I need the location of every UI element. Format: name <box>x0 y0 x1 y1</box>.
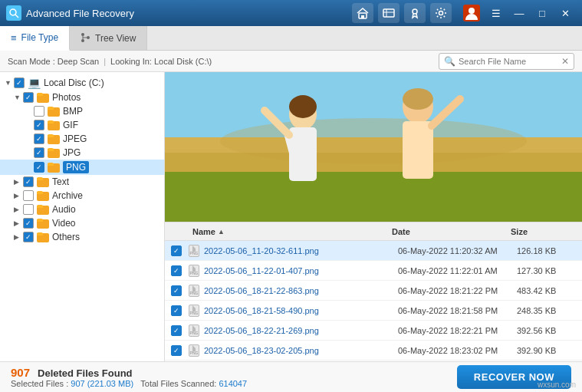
file-checkbox-4[interactable]: ✓ <box>165 325 188 336</box>
checkbox-audio[interactable] <box>23 204 34 215</box>
tree-label-local-disc: Local Disc (C:) <box>44 77 104 88</box>
file-row[interactable]: ✓ PNG 2022-05-06_11-22-01-407.png 06-May… <box>165 261 582 281</box>
drive-icon: 💻 <box>28 77 41 89</box>
file-name-3: 2022-05-06_18-21-58-490.png <box>204 306 398 315</box>
header-name[interactable]: Name ▲ <box>188 227 387 236</box>
window-controls: ☰ — □ ✕ <box>485 3 576 23</box>
file-row[interactable]: ✓ PNG 2022-05-06_18-23-22-962.png 06-May… <box>165 361 582 361</box>
file-icon-3: PNG <box>188 305 200 317</box>
file-row[interactable]: ✓ PNG 2022-05-06_18-21-58-490.png 06-May… <box>165 301 582 321</box>
scan-divider: | <box>104 57 106 66</box>
tree-item-gif[interactable]: ✓ GIF <box>0 118 164 132</box>
file-date-5: 06-May-2022 18:23:02 PM <box>398 346 517 355</box>
header-date[interactable]: Date <box>387 227 506 236</box>
maximize-button[interactable]: □ <box>531 3 553 23</box>
deleted-count: 907 <box>11 366 30 379</box>
settings-button[interactable] <box>430 3 452 23</box>
scan-button[interactable] <box>378 3 400 23</box>
checkbox-text[interactable]: ✓ <box>23 176 34 187</box>
svg-point-12 <box>87 36 90 39</box>
checkbox-gif[interactable]: ✓ <box>34 120 44 130</box>
folder-icon-jpeg <box>48 134 60 144</box>
tree-label-jpg: JPG <box>63 147 81 158</box>
tab-bar: ≡ File Type Tree View <box>0 26 582 51</box>
file-name-1: 2022-05-06_11-22-01-407.png <box>204 266 398 275</box>
svg-point-31 <box>403 88 433 110</box>
folder-icon-audio <box>37 205 49 215</box>
file-checkbox-3[interactable]: ✓ <box>165 305 188 316</box>
folder-icon-video <box>37 219 49 229</box>
home-button[interactable] <box>352 3 373 23</box>
svg-point-7 <box>413 9 417 14</box>
profile-icon[interactable] <box>461 3 482 23</box>
file-checkbox-5[interactable]: ✓ <box>165 345 188 356</box>
tree-item-audio[interactable]: ▶ Audio <box>0 203 164 216</box>
checkbox-others[interactable]: ✓ <box>23 232 34 242</box>
folder-icon-text <box>37 177 49 187</box>
expand-arrow-audio[interactable]: ▶ <box>14 206 23 213</box>
tree-item-video[interactable]: ▶ ✓ Video <box>0 216 164 230</box>
checkbox-jpg[interactable]: ✓ <box>34 147 44 158</box>
expand-arrow-archive[interactable]: ▶ <box>14 192 23 199</box>
tree-item-text[interactable]: ▶ ✓ Text <box>0 175 164 189</box>
checkbox-local-disc[interactable]: ✓ <box>14 77 25 88</box>
svg-line-1 <box>15 15 18 18</box>
clear-search-icon[interactable]: ✕ <box>561 56 569 67</box>
file-size-5: 392.90 KB <box>517 346 582 355</box>
watermark: wxsun.com <box>538 380 576 389</box>
file-name-4: 2022-05-06_18-22-21-269.png <box>204 326 398 335</box>
tree-item-archive[interactable]: ▶ Archive <box>0 189 164 203</box>
file-row[interactable]: ✓ PNG 2022-05-06_18-21-22-863.png 06-May… <box>165 281 582 301</box>
search-box[interactable]: 🔍 ✕ <box>439 53 574 70</box>
file-row[interactable]: ✓ PNG 2022-05-06_18-22-21-269.png 06-May… <box>165 321 582 341</box>
file-name-2: 2022-05-06_18-21-22-863.png <box>204 286 398 295</box>
tree-item-others[interactable]: ▶ ✓ Others <box>0 230 164 244</box>
search-input[interactable] <box>459 57 558 66</box>
file-checkbox-0[interactable]: ✓ <box>165 245 188 256</box>
total-label: Total Files Scanned: <box>140 379 216 388</box>
checkbox-photos[interactable]: ✓ <box>23 92 34 103</box>
looking-in-label: Looking In: Local Disk (C:\) <box>110 57 212 66</box>
tree-item-jpg[interactable]: ✓ JPG <box>0 146 164 160</box>
checkbox-jpeg[interactable]: ✓ <box>34 133 44 144</box>
tree-item-jpeg[interactable]: ✓ JPEG <box>0 132 164 146</box>
info-block: 907 Deleted Files Found Selected Files :… <box>11 366 247 388</box>
main-layout: ▼ ✓ 💻 Local Disc (C:) ▼ ✓ Photos BMP <box>0 72 582 361</box>
tab-file-type[interactable]: ≡ File Type <box>0 26 70 51</box>
file-row[interactable]: ✓ PNG 2022-05-06_11-20-32-611.png 06-May… <box>165 241 582 261</box>
svg-point-10 <box>469 8 475 14</box>
checkbox-video[interactable]: ✓ <box>23 218 34 229</box>
checkbox-archive[interactable] <box>23 190 34 201</box>
expand-arrow-local-disc[interactable]: ▼ <box>5 79 14 87</box>
sort-arrow-name: ▲ <box>218 228 225 236</box>
file-date-4: 06-May-2022 18:22:21 PM <box>398 326 517 335</box>
preview-area <box>165 72 582 222</box>
header-size[interactable]: Size <box>506 227 571 236</box>
file-name-0: 2022-05-06_11-20-32-611.png <box>204 246 398 255</box>
expand-arrow-others[interactable]: ▶ <box>14 233 23 241</box>
file-checkbox-2[interactable]: ✓ <box>165 285 188 296</box>
left-panel: ▼ ✓ 💻 Local Disc (C:) ▼ ✓ Photos BMP <box>0 72 165 361</box>
expand-arrow-photos[interactable]: ▼ <box>14 94 23 101</box>
menu-button[interactable]: ☰ <box>485 3 507 23</box>
svg-rect-4 <box>383 9 394 17</box>
license-button[interactable] <box>404 3 426 23</box>
tab-tree-view[interactable]: Tree View <box>70 26 147 50</box>
tree-item-local-disc[interactable]: ▼ ✓ 💻 Local Disc (C:) <box>0 75 164 91</box>
file-checkbox-1[interactable]: ✓ <box>165 265 188 276</box>
tree-label-audio: Audio <box>52 204 76 215</box>
tree-item-png[interactable]: ✓ PNG <box>0 160 164 175</box>
file-icon-5: PNG <box>188 344 200 357</box>
close-button[interactable]: ✕ <box>554 3 576 23</box>
expand-arrow-video[interactable]: ▶ <box>14 219 23 227</box>
file-row[interactable]: ✓ PNG 2022-05-06_18-23-02-205.png 06-May… <box>165 341 582 361</box>
checkbox-bmp[interactable] <box>34 106 44 117</box>
folder-icon-others <box>37 232 49 242</box>
tree-item-photos[interactable]: ▼ ✓ Photos <box>0 91 164 104</box>
checkbox-png[interactable]: ✓ <box>34 162 44 173</box>
file-size-4: 392.56 KB <box>517 326 582 335</box>
expand-arrow-text[interactable]: ▶ <box>14 178 23 186</box>
svg-rect-3 <box>361 15 364 18</box>
minimize-button[interactable]: — <box>508 3 530 23</box>
tree-item-bmp[interactable]: BMP <box>0 104 164 118</box>
